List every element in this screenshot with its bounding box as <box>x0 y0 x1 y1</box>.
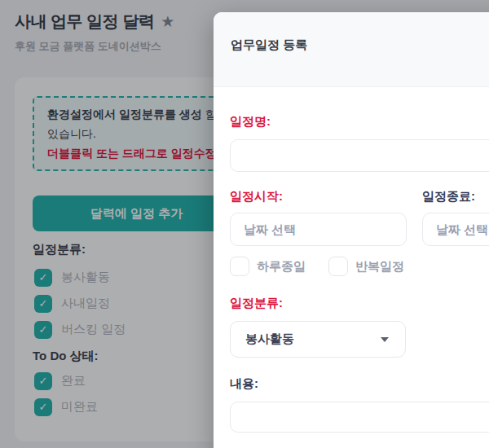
options-row: 하루종일 반복일정 <box>230 257 489 276</box>
category-field-label: 일정분류: <box>230 295 489 311</box>
all-day-checkbox[interactable] <box>230 257 249 276</box>
schedule-name-label: 일정명: <box>230 113 489 130</box>
modal-title: 업무일정 등록 <box>231 37 307 51</box>
chevron-down-icon <box>381 337 389 342</box>
page: 사내 업무 일정 달력 ★ 후원 모금 플랫폼 도네이션박스 환경설정에서 일정… <box>0 0 489 448</box>
date-row: 일정시작: 일정종료: <box>230 188 489 246</box>
repeat-option[interactable]: 반복일정 <box>328 257 404 276</box>
end-date-label: 일정종료: <box>422 188 489 204</box>
all-day-option[interactable]: 하루종일 <box>230 257 306 276</box>
repeat-checkbox[interactable] <box>328 257 348 276</box>
start-date-input[interactable] <box>230 213 407 246</box>
category-select-value: 봉사활동 <box>245 332 294 347</box>
content-field-label: 내용: <box>230 376 489 392</box>
end-date-field: 일정종료: <box>422 188 489 246</box>
start-date-field: 일정시작: <box>230 188 407 246</box>
content-input[interactable] <box>230 402 489 433</box>
end-date-input[interactable] <box>422 213 489 246</box>
start-date-label: 일정시작: <box>230 188 407 204</box>
modal-body: 일정명: 일정시작: 일정종료: 하루종일 반 <box>214 87 489 433</box>
schedule-register-modal: 업무일정 등록 일정명: 일정시작: 일정종료: 하루종일 <box>214 12 489 448</box>
repeat-label: 반복일정 <box>355 259 404 275</box>
schedule-name-input[interactable] <box>230 139 489 172</box>
category-select[interactable]: 봉사활동 <box>230 321 406 358</box>
modal-header: 업무일정 등록 <box>214 12 489 87</box>
all-day-label: 하루종일 <box>257 259 306 275</box>
